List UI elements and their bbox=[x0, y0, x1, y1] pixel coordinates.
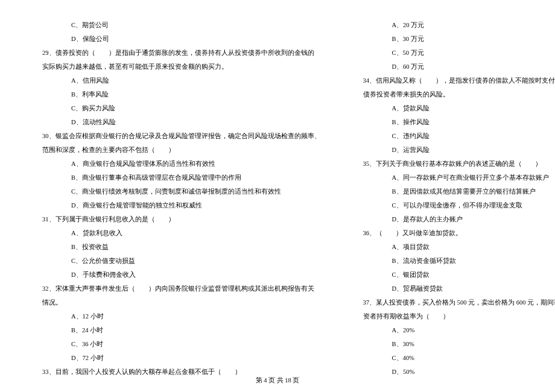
option-text: A、20% bbox=[363, 323, 556, 337]
option-text: D、运营风险 bbox=[363, 143, 556, 157]
option-text: B、商业银行董事会和高级管理层在合规风险管理中的作用 bbox=[42, 171, 321, 185]
question-text: 34、信用风险又称（ ），是指发行债券的借款人不能按时支付债券利息或偿还本金，而… bbox=[363, 74, 556, 87]
option-text: C、公允价值变动损益 bbox=[42, 254, 321, 268]
option-text: D、保险公司 bbox=[42, 32, 321, 46]
option-text: B、投资收益 bbox=[42, 240, 321, 254]
question-text: 37、某人投资债券，买入价格为 500 元，卖出价格为 600 元，期间获得利息… bbox=[363, 296, 556, 309]
option-text: A、贷款风险 bbox=[363, 101, 556, 115]
option-text: A、项目贷款 bbox=[363, 240, 556, 254]
option-text: A、贷款利息收入 bbox=[42, 226, 321, 240]
option-text: D、60 万元 bbox=[363, 60, 556, 74]
option-text: B、24 小时 bbox=[42, 323, 321, 337]
option-text: A、商业银行合规风险管理体系的适当性和有效性 bbox=[42, 157, 321, 171]
question-text: 35、下列关于商业银行基本存款账户的表述正确的是（ ） bbox=[363, 157, 556, 171]
option-text: A、20 万元 bbox=[363, 18, 556, 32]
question-continuation: 范围和深度，检查的主要内容不包括（ ） bbox=[42, 143, 321, 157]
option-text: A、同一存款账户可在商业银行开立多个基本存款账户 bbox=[363, 171, 556, 185]
option-text: D、72 小时 bbox=[42, 351, 321, 365]
question-text: 36、（ ）又叫做辛迪加贷款。 bbox=[363, 226, 556, 240]
right-column: A、20 万元 B、30 万元 C、50 万元 D、60 万元 34、信用风险又… bbox=[339, 18, 556, 371]
question-text: 29、债券投资的（ ）是指由于通货膨胀的发生，债券持有人从投资债券中所收到的金钱… bbox=[42, 46, 321, 60]
question-continuation: 资者持有期收益率为（ ） bbox=[363, 309, 556, 323]
option-text: C、银团贷款 bbox=[363, 268, 556, 282]
question-text: 30、银监会应根据商业银行的合规记录及合规风险管理评报告，确定合同风险现场检查的… bbox=[42, 129, 321, 143]
option-text: B、操作风险 bbox=[363, 115, 556, 129]
question-continuation: 情况。 bbox=[42, 296, 321, 309]
option-text: C、36 小时 bbox=[42, 337, 321, 351]
option-text: C、违约风险 bbox=[363, 129, 556, 143]
option-text: A、12 小时 bbox=[42, 309, 321, 323]
question-continuation: 债券投资者带来损失的风险。 bbox=[363, 87, 556, 101]
option-text: D、手续费和佣金收入 bbox=[42, 268, 321, 282]
option-text: B、利率风险 bbox=[42, 87, 321, 101]
left-column: C、期货公司 D、保险公司 29、债券投资的（ ）是指由于通货膨胀的发生，债券持… bbox=[0, 18, 339, 371]
option-text: A、信用风险 bbox=[42, 74, 321, 87]
option-text: C、期货公司 bbox=[42, 18, 321, 32]
option-text: D、贸易融资贷款 bbox=[363, 282, 556, 296]
content-columns: C、期货公司 D、保险公司 29、债券投资的（ ）是指由于通货膨胀的发生，债券持… bbox=[0, 0, 555, 371]
option-text: D、商业银行合规管理智能的独立性和权威性 bbox=[42, 198, 321, 212]
option-text: C、50 万元 bbox=[363, 46, 556, 60]
option-text: C、可以办理现金缴存，但不得办理现金支取 bbox=[363, 198, 556, 212]
option-text: D、是存款人的主办账户 bbox=[363, 212, 556, 226]
page-footer: 第 4 页 共 18 页 bbox=[0, 376, 555, 385]
option-text: B、30 万元 bbox=[363, 32, 556, 46]
option-text: B、30% bbox=[363, 337, 556, 351]
option-text: C、商业银行绩效考核制度，问责制度和诚信举报制度的适当性和有效性 bbox=[42, 185, 321, 198]
question-text: 32、宋体重大声誉事件发生后（ ）内向国务院银行业监督管理机构或其派出机构报告有… bbox=[42, 282, 321, 296]
option-text: B、流动资金循环贷款 bbox=[363, 254, 556, 268]
question-text: 31、下列属于商业银行利息收入的是（ ） bbox=[42, 212, 321, 226]
question-continuation: 实际购买力越来越低，甚至有可能低于原来投资金额的购买力。 bbox=[42, 60, 321, 74]
option-text: C、购买力风险 bbox=[42, 101, 321, 115]
option-text: C、40% bbox=[363, 351, 556, 365]
option-text: B、是因借款或其他结算需要开立的银行结算账户 bbox=[363, 185, 556, 198]
option-text: D、流动性风险 bbox=[42, 115, 321, 129]
